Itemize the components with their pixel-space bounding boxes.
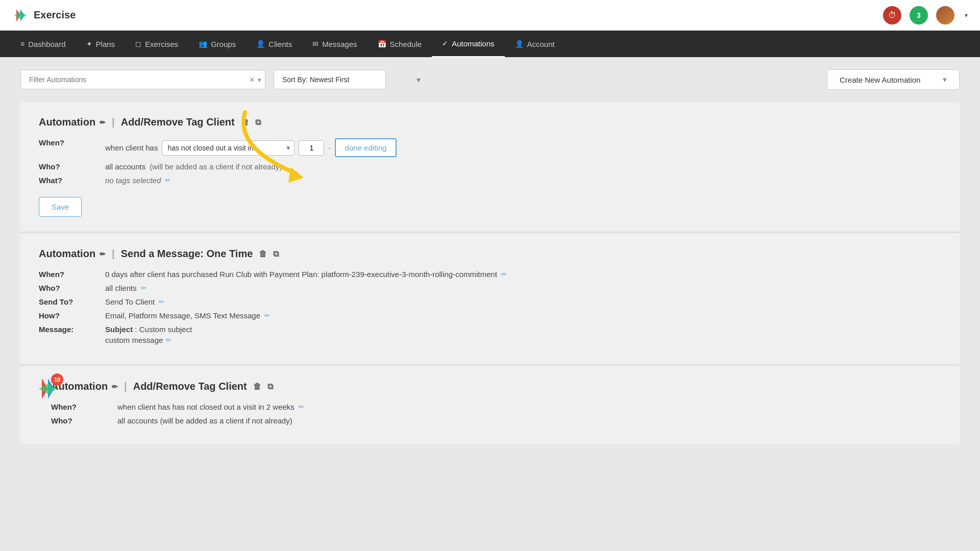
automation-card-3: 10 Automation ✏ | Add/Remove Tag Client … — [20, 366, 960, 444]
who-label-3: Who? — [51, 416, 117, 425]
create-new-automation-button[interactable]: Create New Automation — [827, 69, 960, 90]
sendto-label-2: Send To? — [39, 297, 105, 306]
when-number-input[interactable] — [299, 140, 324, 156]
notification-badge[interactable]: 3 — [910, 6, 928, 24]
when-condition-select-wrap: has not closed out a visit in — [162, 140, 295, 156]
sort-select-wrap: Sort By: Newest First Oldest First Alpha… — [274, 70, 427, 89]
message-value-2: Subject : Custom subject custom message … — [105, 325, 192, 344]
automation-1-copy-icon[interactable]: ⧉ — [255, 118, 261, 127]
automation-2-how-row: How? Email, Platform Message, SMS Text M… — [39, 311, 941, 320]
chevron-down-icon[interactable]: ▾ — [965, 12, 968, 19]
nav-item-groups[interactable]: 👥 Groups — [188, 31, 246, 57]
title-separator-3: | — [124, 381, 127, 392]
message-edit-pencil-2[interactable]: ✏ — [166, 336, 172, 344]
when-label-2: When? — [39, 270, 105, 279]
account-icon: 👤 — [515, 40, 524, 48]
automation-2-who-row: Who? all clients ✏ — [39, 284, 941, 292]
done-editing-button[interactable]: done editing — [335, 138, 397, 157]
who-value-3: all accounts (will be added as a client … — [117, 416, 292, 425]
automation-3-edit-icon[interactable]: ✏ — [112, 383, 118, 391]
automation-2-copy-icon[interactable]: ⧉ — [273, 249, 279, 259]
how-edit-pencil-2[interactable]: ✏ — [264, 312, 270, 319]
nav-item-messages[interactable]: ✉ Messages — [302, 31, 367, 57]
topbar-right: ⏱ 3 ▾ — [883, 6, 968, 24]
who-text-3: all accounts (will be added as a client … — [117, 416, 292, 425]
dashboard-icon: ≡ — [20, 40, 24, 48]
automation-3-delete-icon[interactable]: 🗑 — [253, 382, 261, 391]
app-name: Exercise — [34, 9, 76, 21]
schedule-icon: 📅 — [378, 40, 386, 48]
who-text-2: all clients — [105, 284, 137, 292]
message-subject-line: Subject : Custom subject — [105, 325, 192, 334]
automation-2-title-prefix: Automation — [39, 248, 95, 260]
automation-2-delete-icon[interactable]: 🗑 — [259, 249, 267, 259]
message-body-2: custom message — [105, 336, 163, 344]
nav-item-exercises[interactable]: ◻ Exercises — [125, 31, 188, 57]
nav-item-account[interactable]: 👤 Account — [505, 31, 565, 57]
automation-2-message-row: Message: Subject : Custom subject custom… — [39, 325, 941, 344]
save-button-1[interactable]: Save — [39, 197, 82, 217]
clock-icon[interactable]: ⏱ — [883, 6, 901, 24]
automation-2-when-row: When? 0 days after client has purchased … — [39, 270, 941, 279]
when-value-1: when client has has not closed out a vis… — [105, 138, 397, 157]
message-body-line: custom message ✏ — [105, 336, 172, 344]
nav-label-dashboard: Dashboard — [28, 40, 65, 48]
automation-3-copy-icon[interactable]: ⧉ — [267, 382, 273, 391]
who-label-1: Who? — [39, 162, 105, 171]
when-condition-select[interactable]: has not closed out a visit in — [162, 140, 295, 156]
nav-item-plans[interactable]: ✦ Plans — [76, 31, 126, 57]
nav-label-messages: Messages — [322, 40, 357, 48]
title-separator-2: | — [112, 248, 115, 260]
nav-label-schedule: Schedule — [390, 40, 422, 48]
nav-label-plans: Plans — [96, 40, 115, 48]
automation-1-edit-icon[interactable]: ✏ — [100, 118, 106, 127]
filter-input[interactable] — [20, 70, 265, 89]
when-unit-dot: · — [328, 143, 330, 152]
nav-item-automations[interactable]: ✓ Automations — [432, 31, 504, 57]
when-edit-pencil-3[interactable]: ✏ — [299, 403, 304, 411]
nav-item-clients[interactable]: 👤 Clients — [246, 31, 302, 57]
when-text-3: when client has has not closed out a vis… — [117, 403, 295, 411]
when-label-3: When? — [51, 403, 117, 411]
automation-1-who-row: Who? all accounts (will be added as a cl… — [39, 162, 941, 171]
who-value-2: all clients ✏ — [105, 284, 146, 292]
app-logo-icon — [12, 7, 29, 23]
filter-dropdown-icon[interactable]: ▾ — [258, 76, 261, 84]
plans-icon: ✦ — [86, 40, 92, 48]
when-label-1: When? — [39, 138, 105, 147]
floating-logo-area: 10 — [36, 377, 60, 403]
what-edit-pencil[interactable]: ✏ — [165, 177, 170, 184]
card-divider-1 — [20, 232, 960, 233]
automation-2-title-text: Send a Message: One Time — [121, 248, 253, 260]
nav-label-groups: Groups — [211, 40, 236, 48]
sendto-edit-pencil-2[interactable]: ✏ — [159, 298, 164, 306]
main-content: ✕ ▾ Sort By: Newest First Oldest First A… — [0, 57, 980, 458]
what-text-1: no tags selected — [105, 176, 161, 185]
exercises-icon: ◻ — [135, 40, 141, 48]
sort-select[interactable]: Sort By: Newest First Oldest First Alpha… — [274, 70, 386, 89]
title-separator-1: | — [112, 116, 115, 128]
who-text-1: all accounts — [105, 162, 145, 171]
who-value-1: all accounts (will be added as a client … — [105, 162, 282, 171]
how-label-2: How? — [39, 311, 105, 320]
subject-value-2: Custom subject — [139, 325, 192, 334]
automation-1-delete-icon[interactable]: 🗑 — [241, 118, 249, 127]
automation-card-2: Automation ✏ | Send a Message: One Time … — [20, 234, 960, 364]
what-label-1: What? — [39, 176, 105, 185]
messages-icon: ✉ — [312, 40, 318, 48]
clear-icon[interactable]: ✕ — [249, 76, 255, 84]
nav-item-schedule[interactable]: 📅 Schedule — [368, 31, 432, 57]
nav-label-account: Account — [527, 40, 555, 48]
notification-count-badge: 10 — [51, 373, 63, 386]
when-edit-pencil-2[interactable]: ✏ — [501, 270, 507, 278]
automation-2-edit-icon[interactable]: ✏ — [100, 250, 106, 258]
who-edit-pencil-2[interactable]: ✏ — [141, 284, 146, 292]
when-value-2: 0 days after client has purchased Run Cl… — [105, 270, 507, 279]
filter-bar: ✕ ▾ Sort By: Newest First Oldest First A… — [20, 69, 960, 90]
sendto-value-2: Send To Client ✏ — [105, 297, 164, 306]
subject-label-2: Subject — [105, 325, 133, 334]
nav-item-dashboard[interactable]: ≡ Dashboard — [10, 31, 76, 57]
nav-label-automations: Automations — [452, 39, 494, 48]
avatar[interactable] — [936, 6, 954, 24]
when-text-2: 0 days after client has purchased Run Cl… — [105, 270, 497, 279]
